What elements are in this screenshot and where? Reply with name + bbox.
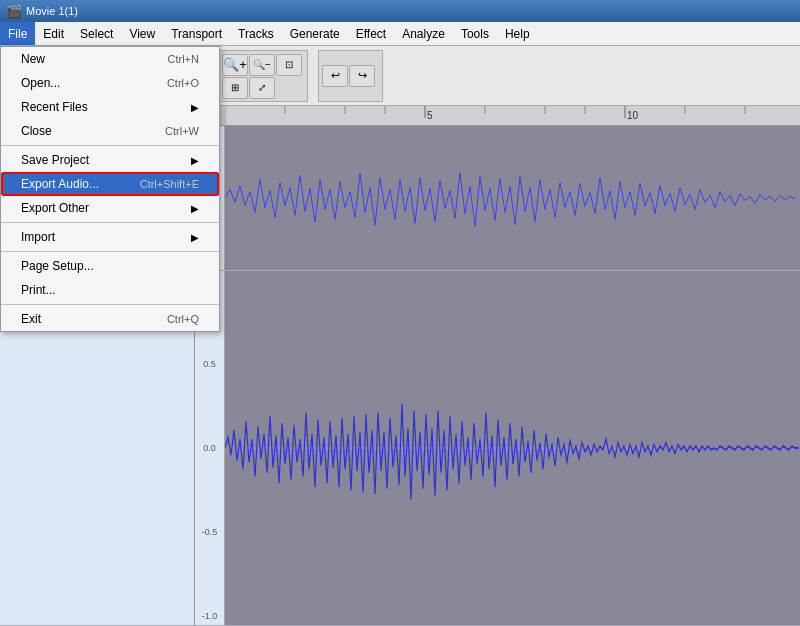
svg-text:5: 5 xyxy=(427,110,433,121)
zoom-fit-project[interactable]: ⊞ xyxy=(222,77,248,99)
menu-open[interactable]: Open...Ctrl+O xyxy=(1,71,219,95)
waveform-track-1[interactable] xyxy=(225,126,800,271)
zoom-group: 🔍+ 🔍− ⊡ ⊞ ⤢ xyxy=(218,50,308,102)
waveform-track-2[interactable] xyxy=(225,271,800,626)
menu-tracks[interactable]: Tracks xyxy=(230,22,282,45)
title-bar: 🎬 Movie 1(1) xyxy=(0,0,800,22)
waveform-1-svg xyxy=(225,126,800,270)
time-ruler: 5 10 xyxy=(225,106,800,126)
separator-4 xyxy=(1,304,219,305)
file-dropdown: NewCtrl+N Open...Ctrl+O Recent Files▶ Cl… xyxy=(0,46,220,332)
separator-3 xyxy=(1,251,219,252)
zoom-fit-selection[interactable]: ⊡ xyxy=(276,54,302,76)
menu-select[interactable]: Select xyxy=(72,22,121,45)
menu-close[interactable]: CloseCtrl+W xyxy=(1,119,219,143)
menu-exit[interactable]: ExitCtrl+Q xyxy=(1,307,219,331)
svg-rect-0 xyxy=(225,106,800,126)
menu-recent-files[interactable]: Recent Files▶ xyxy=(1,95,219,119)
menu-export-audio[interactable]: Export Audio...Ctrl+Shift+E xyxy=(1,172,219,196)
app-icon: 🎬 xyxy=(6,4,22,19)
separator-2 xyxy=(1,222,219,223)
menu-file[interactable]: File xyxy=(0,22,35,45)
menu-edit[interactable]: Edit xyxy=(35,22,72,45)
zoom-out[interactable]: 🔍− xyxy=(249,54,275,76)
menu-print[interactable]: Print... xyxy=(1,278,219,302)
menu-view[interactable]: View xyxy=(121,22,163,45)
waveform-2-svg xyxy=(225,271,800,625)
menu-transport[interactable]: Transport xyxy=(163,22,230,45)
menu-export-other[interactable]: Export Other▶ xyxy=(1,196,219,220)
window-title: Movie 1(1) xyxy=(26,5,78,17)
ruler-svg: 5 10 xyxy=(225,106,800,126)
menu-new[interactable]: NewCtrl+N xyxy=(1,47,219,71)
menu-generate[interactable]: Generate xyxy=(282,22,348,45)
edit-group: ↩ ↪ xyxy=(318,50,383,102)
file-dropdown-menu: NewCtrl+N Open...Ctrl+O Recent Files▶ Cl… xyxy=(0,46,220,332)
svg-text:10: 10 xyxy=(627,110,639,121)
menu-import[interactable]: Import▶ xyxy=(1,225,219,249)
menu-effect[interactable]: Effect xyxy=(348,22,394,45)
waveform-panel: 5 10 xyxy=(225,106,800,626)
menu-save-project[interactable]: Save Project▶ xyxy=(1,148,219,172)
menu-bar: File Edit Select View Transport Tracks G… xyxy=(0,22,800,46)
menu-page-setup[interactable]: Page Setup... xyxy=(1,254,219,278)
menu-tools[interactable]: Tools xyxy=(453,22,497,45)
menu-analyze[interactable]: Analyze xyxy=(394,22,453,45)
menu-help[interactable]: Help xyxy=(497,22,538,45)
zoom-in[interactable]: 🔍+ xyxy=(222,54,248,76)
separator-1 xyxy=(1,145,219,146)
undo-btn[interactable]: ↩ xyxy=(322,65,348,87)
zoom-toggle[interactable]: ⤢ xyxy=(249,77,275,99)
redo-btn[interactable]: ↪ xyxy=(349,65,375,87)
